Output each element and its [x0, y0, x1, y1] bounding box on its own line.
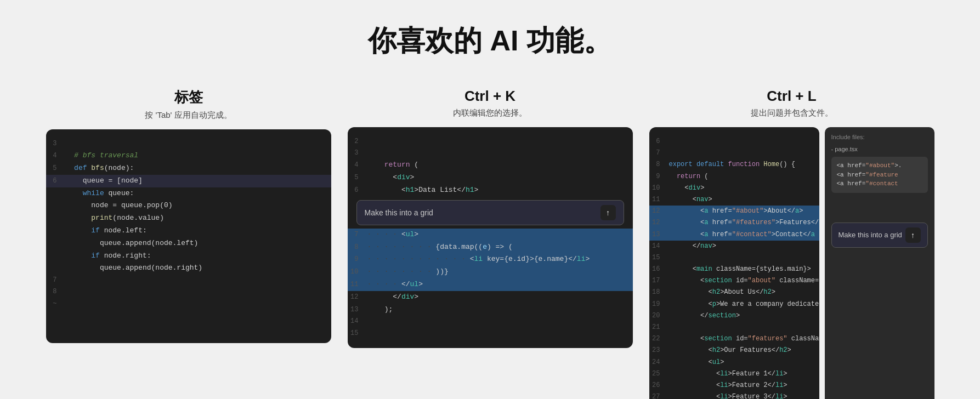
inline-edit-text: Make this into a grid: [365, 207, 433, 219]
code-line: 10 <div>: [649, 183, 819, 194]
code-line: 26 <li>Feature 2</li>: [649, 380, 819, 391]
feature-tab-subtitle: 按 'Tab' 应用自动完成。: [145, 110, 231, 121]
code-line: 27 <li>Feature 3</li>: [649, 391, 819, 399]
code-snippet-right: <a href="#about">. <a href="#feature <a …: [831, 157, 928, 193]
feature-ctrl-l-title: Ctrl + L: [767, 88, 816, 105]
code-line: 13 );: [348, 304, 633, 316]
code-line: 19 <p>We are a company dedicated: [649, 299, 819, 310]
code-line: 12 <a href="#about">About</a>: [649, 206, 819, 217]
ctrl-l-code: 6 7 8 export default function Home() { 9…: [649, 127, 819, 399]
code-line: 14 </nav>: [649, 241, 819, 252]
code-line: 3: [348, 147, 633, 159]
code-line: 8 · · · · · · · · {data.map((e) => (: [348, 241, 633, 254]
code-line: 13 <a href="#contact">Contact</a: [649, 229, 819, 241]
code-line: 10 · · · · · · · · ))}: [348, 266, 633, 278]
code-line: 7: [649, 147, 819, 159]
code-line: 4 # bfs traversal: [46, 150, 331, 162]
code-line: 9 · · · · · · · · · · · · <li key={e.id}…: [348, 253, 633, 266]
code-line: 25 <li>Feature 1</li>: [649, 368, 819, 380]
feature-tab: 标签 按 'Tab' 应用自动完成。 3 4 # bfs traversal 5…: [46, 88, 331, 343]
code-line: 7: [46, 275, 331, 286]
code-line: while queue:: [46, 187, 331, 200]
code-line: 2: [348, 136, 633, 147]
make-grid-box[interactable]: Make this into a grid ↑: [831, 223, 928, 248]
feature-ctrl-l: Ctrl + L 提出问题并包含文件。 6 7 8 export default…: [649, 88, 934, 399]
snippet-line: <a href="#contact: [837, 179, 922, 189]
code-line: 15: [649, 252, 819, 264]
inline-edit-send-button[interactable]: ↑: [601, 205, 616, 220]
code-line: 21: [649, 322, 819, 333]
snippet-line: <a href="#about">.: [837, 161, 922, 170]
code-line: 8: [46, 286, 331, 298]
code-line: 12 <a href="#features">Features</a: [649, 217, 819, 229]
code-line: 3: [46, 138, 331, 150]
feature-ctrl-k-code-panel: 2 3 4 return ( 5 <div> 6 <h1>Data List</…: [348, 127, 633, 348]
code-line: 18 <h2>About Us</h2>: [649, 287, 819, 298]
code-line: queue.append(node.left): [46, 237, 331, 250]
make-grid-send-button[interactable]: ↑: [905, 227, 921, 243]
code-line: 12 </div>: [348, 291, 633, 304]
code-line: if node.left:: [46, 225, 331, 237]
include-file-name: - page.tsx: [831, 146, 928, 152]
ctrl-l-panel: 6 7 8 export default function Home() { 9…: [649, 127, 934, 399]
code-line: node = queue.pop(0): [46, 200, 331, 212]
code-line: print(node.value): [46, 212, 331, 225]
feature-ctrl-k: Ctrl + K 内联编辑您的选择。 2 3 4 return ( 5 <div…: [348, 88, 633, 348]
feature-tab-title: 标签: [174, 88, 203, 107]
code-line: 16 <main className={styles.main}>: [649, 264, 819, 275]
code-line: 22 <section id="features" classNam: [649, 333, 819, 345]
code-line: 23 <h2>Our Features</h2>: [649, 345, 819, 356]
make-grid-label: Make this into a grid: [839, 231, 902, 239]
features-row: 标签 按 'Tab' 应用自动完成。 3 4 # bfs traversal 5…: [24, 88, 956, 399]
code-line: if node.right:: [46, 250, 331, 263]
code-line: 11 <nav>: [649, 194, 819, 206]
include-panel: Include files: - page.tsx <a href="#abou…: [825, 127, 934, 399]
code-line: queue.append(node.right): [46, 262, 331, 275]
feature-tab-code-panel: 3 4 # bfs traversal 5 def bfs(node): 6 q…: [46, 129, 331, 343]
inline-edit-box[interactable]: Make this into a grid ↑: [356, 200, 624, 225]
code-line: 11 · · · · </ul>: [348, 278, 633, 291]
code-line: 6 <h1>Data List</h1>: [348, 184, 633, 197]
code-line: ~: [46, 298, 331, 310]
code-line: 7 · · · · <ul>: [348, 229, 633, 241]
feature-ctrl-k-subtitle: 内联编辑您的选择。: [453, 108, 527, 118]
code-line: 5 <div>: [348, 172, 633, 184]
code-line: 4 return (: [348, 159, 633, 172]
page-title: 你喜欢的 AI 功能。: [368, 22, 612, 60]
code-line: 14: [348, 316, 633, 327]
feature-ctrl-k-title: Ctrl + K: [464, 88, 516, 105]
code-line: 15: [348, 328, 633, 339]
code-line: 17 <section id="about" className={: [649, 275, 819, 287]
code-line: 24 <ul>: [649, 357, 819, 368]
code-line: 5 def bfs(node):: [46, 162, 331, 175]
code-line: 20 </section>: [649, 310, 819, 322]
include-files-label: Include files:: [831, 134, 928, 140]
feature-ctrl-l-subtitle: 提出问题并包含文件。: [751, 108, 833, 118]
code-line: 9 return (: [649, 171, 819, 183]
code-line: 6: [649, 136, 819, 147]
code-line: 6 queue = [node]: [46, 175, 331, 187]
code-line: 8 export default function Home() {: [649, 159, 819, 170]
snippet-line: <a href="#feature: [837, 170, 922, 180]
